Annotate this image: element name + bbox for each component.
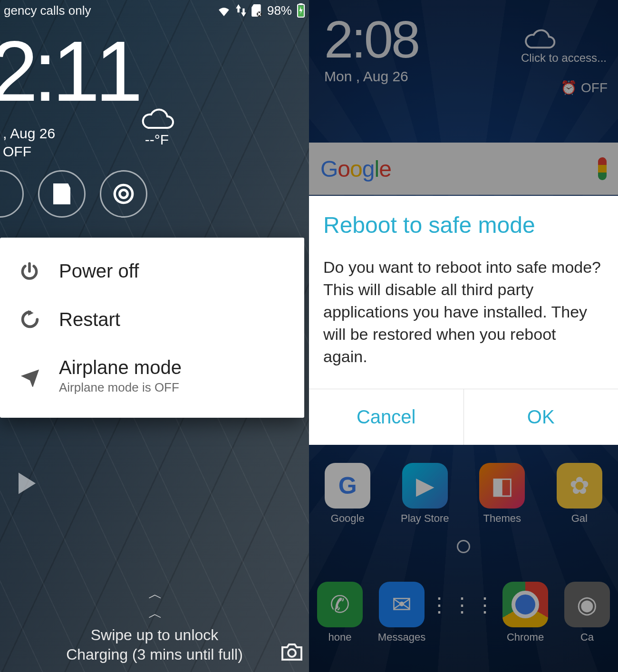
dialog-title: Reboot to safe mode [309, 196, 618, 251]
camera-shortcut[interactable] [280, 643, 303, 662]
dialog-body: Do you want to reboot into safe mode? Th… [309, 251, 618, 389]
airplane-sub: Airplane mode is OFF [59, 380, 182, 395]
cloud-icon [138, 107, 176, 132]
restart-item[interactable]: Restart [0, 295, 304, 344]
restart-label: Restart [59, 309, 120, 330]
lock-time: 2:11 [0, 29, 138, 114]
lock-date-line1: , Aug 26 [3, 125, 55, 143]
chevron-up-icon: ︿︿ [0, 585, 309, 624]
lock-alarm-off: OFF [3, 143, 55, 161]
right-screenshot: 2:08 Mon , Aug 26 Click to access... ⏰ O… [309, 0, 618, 672]
play-store-icon[interactable] [14, 470, 40, 496]
power-menu: Power off Restart Airplane mode Airplane… [0, 238, 304, 418]
svg-point-6 [288, 649, 296, 657]
power-off-item[interactable]: Power off [0, 247, 304, 295]
svg-point-4 [115, 185, 133, 203]
quick-icons [0, 170, 147, 218]
lock-date: , Aug 26 OFF [3, 125, 55, 160]
lock-weather: --°F [138, 107, 176, 148]
power-off-label: Power off [59, 260, 139, 282]
restart-icon [19, 308, 43, 330]
lock-temp-text: --°F [138, 132, 176, 148]
svg-point-5 [120, 190, 128, 198]
wifi-icon [217, 5, 231, 16]
unlock-hint[interactable]: ︿︿ Swipe up to unlock Charging (3 mins u… [0, 585, 309, 663]
browser-icon [112, 182, 135, 206]
airplane-icon [19, 365, 43, 387]
lock-clock: 2:11 [0, 29, 138, 114]
sd-card-icon [251, 4, 262, 17]
cancel-button[interactable]: Cancel [309, 389, 464, 445]
quick-icon-notes[interactable] [38, 170, 86, 218]
battery-charging-icon [297, 3, 305, 18]
swipe-text: Swipe up to unlock [0, 626, 309, 644]
left-screenshot: gency calls only 98% 2:11 --°F , Aug 26 … [0, 0, 309, 672]
ok-button[interactable]: OK [464, 389, 618, 445]
quick-icon-1[interactable] [0, 170, 24, 218]
charging-text: Charging (3 mins until full) [0, 646, 309, 663]
note-icon [50, 182, 73, 205]
data-arrows-icon [236, 4, 246, 17]
battery-percent: 98% [267, 3, 292, 18]
status-bar: gency calls only 98% [0, 0, 309, 21]
carrier-text: gency calls only [4, 3, 217, 18]
dialog-buttons: Cancel OK [309, 389, 618, 445]
quick-icon-chrome[interactable] [100, 170, 147, 218]
airplane-label: Airplane mode [59, 357, 182, 378]
safe-mode-dialog: Reboot to safe mode Do you want to reboo… [309, 196, 618, 445]
airplane-mode-item[interactable]: Airplane mode Airplane mode is OFF [0, 344, 304, 408]
svg-rect-3 [299, 3, 303, 5]
power-icon [19, 261, 43, 282]
